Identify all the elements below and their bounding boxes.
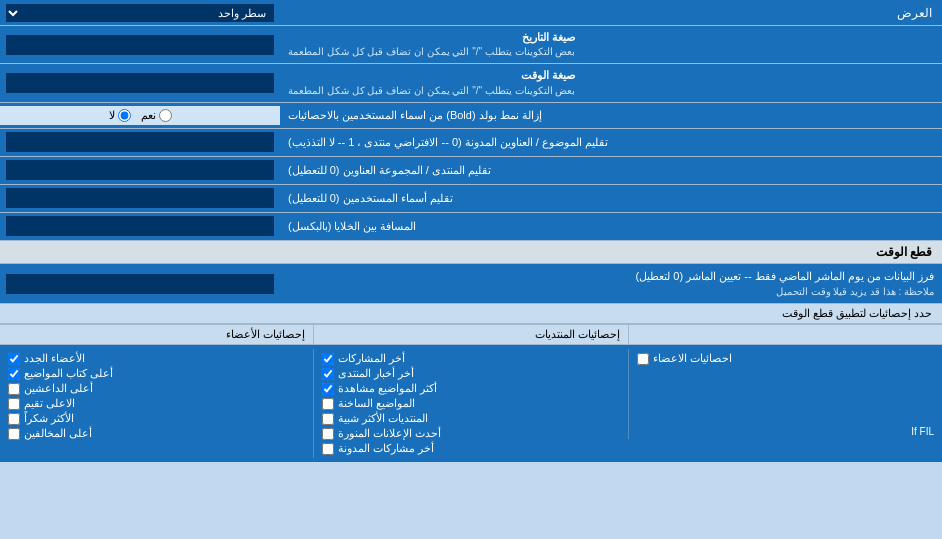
cell-spacing-label: المسافة بين الخلايا (بالبكسل) <box>280 213 942 240</box>
checkbox-col3: احصائيات الاعضاء If FIL <box>628 349 942 439</box>
time-format-input[interactable]: H:i <box>6 73 274 93</box>
checkbox-content: احصائيات الاعضاء If FIL أخر المشاركات أخ… <box>0 345 942 462</box>
forum-order-input[interactable]: 33 <box>6 160 274 180</box>
checkbox-most-active-forums[interactable] <box>322 413 334 425</box>
checkbox-top-violators[interactable] <box>8 428 20 440</box>
list-item: أعلى المخالفين <box>8 426 305 441</box>
list-item: الأعضاء الجدد <box>8 351 305 366</box>
list-item: المواضيع الساخنة <box>322 396 619 411</box>
checkbox-top-referrers[interactable] <box>8 383 20 395</box>
if-fil-label: If FIL <box>637 426 934 437</box>
bold-remove-row: إزالة نمط بولد (Bold) من اسماء المستخدمي… <box>0 103 942 129</box>
time-format-label: صيغة الوقت بعض التكوينات يتطلب "/" التي … <box>280 64 942 101</box>
checkbox-announcements[interactable] <box>322 428 334 440</box>
checkbox-top-rated[interactable] <box>8 398 20 410</box>
list-item: أخر المشاركات <box>322 351 619 366</box>
checkbox-col1: الأعضاء الجدد أعلى كتاب المواضيع أعلى ال… <box>0 349 313 443</box>
date-format-input-container: d-m <box>0 26 280 63</box>
list-item: الأكثر شكراً <box>8 411 305 426</box>
top-select-container: سطر واحد سطرين ثلاثة أسطر <box>0 1 280 25</box>
list-item: أعلى الداعشين <box>8 381 305 396</box>
bold-radio-no[interactable] <box>118 109 131 122</box>
topic-order-label: تقليم الموضوع / العناوين المدونة (0 -- ا… <box>280 129 942 156</box>
top-select[interactable]: سطر واحد سطرين ثلاثة أسطر <box>6 4 274 22</box>
cell-spacing-input[interactable]: 2 <box>6 216 274 236</box>
bold-radio-no-label[interactable]: لا <box>109 109 131 122</box>
top-row: العرض سطر واحد سطرين ثلاثة أسطر <box>0 0 942 26</box>
list-item: الاعلى تقيم <box>8 396 305 411</box>
time-format-input-container: H:i <box>0 64 280 101</box>
checkbox-last-news[interactable] <box>322 368 334 380</box>
date-format-input[interactable]: d-m <box>6 35 274 55</box>
usernames-trim-label: تقليم أسماء المستخدمين (0 للتعطيل) <box>280 185 942 212</box>
list-item: أحدث الإعلانات المنورة <box>322 426 619 441</box>
checkbox-most-viewed[interactable] <box>322 383 334 395</box>
usernames-trim-input-container: 0 <box>0 185 280 212</box>
forum-order-label: تقليم المنتدى / المجموعة العناوين (0 للت… <box>280 157 942 184</box>
time-cutoff-label: فرز البيانات من يوم الماشر الماضي فقط --… <box>280 264 942 304</box>
stats-limit-row: حدد إحصائيات لتطبيق قطع الوقت <box>0 304 942 324</box>
checkboxes-section: إحصائيات المنتديات إحصائيات الأعضاء احصا… <box>0 324 942 462</box>
bold-radio-yes[interactable] <box>159 109 172 122</box>
list-item: أخر مشاركات المدونة <box>322 441 619 456</box>
checkbox-col2: أخر المشاركات أخر أخبار المنتدى أكثر الم… <box>313 349 627 458</box>
checkbox-most-thanked[interactable] <box>8 413 20 425</box>
time-cutoff-input-container: 0 <box>0 264 280 304</box>
checkbox-last-posts[interactable] <box>322 353 334 365</box>
checkbox-blog-posts[interactable] <box>322 443 334 455</box>
forum-order-row: تقليم المنتدى / المجموعة العناوين (0 للت… <box>0 157 942 185</box>
list-item: أكثر المواضيع مشاهدة <box>322 381 619 396</box>
list-item: أخر أخبار المنتدى <box>322 366 619 381</box>
time-format-row: صيغة الوقت بعض التكوينات يتطلب "/" التي … <box>0 64 942 102</box>
bold-remove-label: إزالة نمط بولد (Bold) من اسماء المستخدمي… <box>280 104 942 127</box>
col1-header: إحصائيات الأعضاء <box>0 325 313 344</box>
list-item: المنتديات الأكثر شبية <box>322 411 619 426</box>
usernames-trim-row: تقليم أسماء المستخدمين (0 للتعطيل) 0 <box>0 185 942 213</box>
forum-order-input-container: 33 <box>0 157 280 184</box>
time-cutoff-row: فرز البيانات من يوم الماشر الماضي فقط --… <box>0 264 942 305</box>
top-row-left-label: العرض <box>280 3 942 23</box>
checkbox-headers: إحصائيات المنتديات إحصائيات الأعضاء <box>0 325 942 345</box>
bold-radio-yes-label[interactable]: نعم <box>141 109 172 122</box>
list-item: أعلى كتاب المواضيع <box>8 366 305 381</box>
col2-header: إحصائيات المنتديات <box>313 325 627 344</box>
topic-order-input-container: 33 <box>0 129 280 156</box>
usernames-trim-input[interactable]: 0 <box>6 188 274 208</box>
time-cutoff-header: قطع الوقت <box>0 241 942 264</box>
checkbox-hot-topics[interactable] <box>322 398 334 410</box>
main-container: العرض سطر واحد سطرين ثلاثة أسطر صيغة الت… <box>0 0 942 462</box>
cell-spacing-row: المسافة بين الخلايا (بالبكسل) 2 <box>0 213 942 241</box>
list-item: احصائيات الاعضاء <box>637 351 934 366</box>
time-cutoff-input[interactable]: 0 <box>6 274 274 294</box>
bold-remove-radio-container: نعم لا <box>0 106 280 125</box>
cell-spacing-input-container: 2 <box>0 213 280 240</box>
checkbox-stats-members[interactable] <box>637 353 649 365</box>
topic-order-input[interactable]: 33 <box>6 132 274 152</box>
date-format-label: صيغة التاريخ بعض التكوينات يتطلب "/" الت… <box>280 26 942 63</box>
checkbox-top-posters[interactable] <box>8 368 20 380</box>
date-format-row: صيغة التاريخ بعض التكوينات يتطلب "/" الت… <box>0 26 942 64</box>
page-title: العرض <box>280 3 942 23</box>
checkbox-new-members[interactable] <box>8 353 20 365</box>
col3-header <box>628 325 942 344</box>
topic-order-row: تقليم الموضوع / العناوين المدونة (0 -- ا… <box>0 129 942 157</box>
